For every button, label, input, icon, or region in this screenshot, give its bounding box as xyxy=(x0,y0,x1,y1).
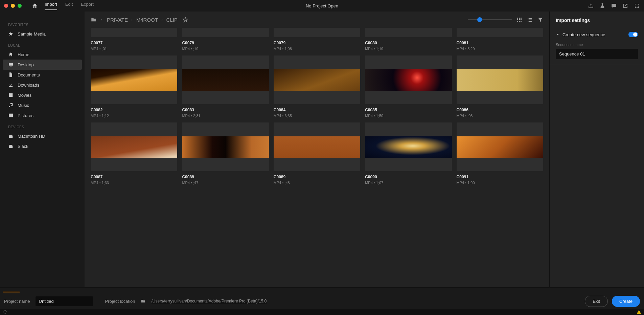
close-window[interactable] xyxy=(4,4,8,8)
workspace-tabs: Import Edit Export xyxy=(45,2,94,10)
clip-name: C0080 xyxy=(365,41,452,45)
clip-c0081[interactable]: C0081MP4 • 5;29 xyxy=(457,28,543,51)
clip-thumbnail[interactable] xyxy=(182,122,269,171)
clip-c0077[interactable]: C0077MP4 • ;01 xyxy=(91,28,177,51)
clip-thumbnail[interactable] xyxy=(91,55,177,104)
folder-icon[interactable] xyxy=(140,299,146,303)
favorite-star-icon[interactable] xyxy=(182,17,188,23)
clip-meta: MP4 • ;47 xyxy=(182,181,269,185)
home-icon[interactable] xyxy=(32,3,38,9)
clip-c0083[interactable]: C0083MP4 • 2;31 xyxy=(182,55,269,118)
drive-icon xyxy=(8,143,14,149)
sidebar-item-label: Pictures xyxy=(18,113,33,118)
clip-thumbnail[interactable] xyxy=(274,122,360,171)
status-bar xyxy=(0,309,644,315)
clip-name: C0082 xyxy=(91,108,177,112)
clip-thumbnail[interactable] xyxy=(457,122,543,171)
chevron-right-icon: › xyxy=(161,17,163,22)
project-location-path[interactable]: /Users/terrysullivan/Documents/Adobe/Pre… xyxy=(151,299,267,303)
sidebar-item-home[interactable]: Home xyxy=(3,49,82,60)
clip-c0091[interactable]: C0091MP4 • 1;00 xyxy=(457,122,543,185)
sidebar-item-label: Sample Media xyxy=(18,31,46,37)
clip-c0080[interactable]: C0080MP4 • 1;19 xyxy=(365,28,452,51)
clip-thumbnail[interactable] xyxy=(91,122,177,171)
clip-name: C0077 xyxy=(91,41,177,45)
sidebar-item-sample-media[interactable]: Sample Media xyxy=(3,29,82,39)
breadcrumb-item[interactable]: PRIVATE xyxy=(107,17,128,23)
clip-c0088[interactable]: C0088MP4 • ;47 xyxy=(182,122,269,185)
sidebar-item-desktop[interactable]: Desktop xyxy=(3,60,82,70)
sidebar-item-label: Slack xyxy=(18,144,28,149)
clip-thumbnail[interactable] xyxy=(365,28,452,37)
clip-thumbnail[interactable] xyxy=(274,28,360,37)
clip-meta: MP4 • 1;12 xyxy=(91,114,177,118)
filter-icon[interactable] xyxy=(537,17,543,23)
warning-icon[interactable] xyxy=(637,310,641,314)
clip-thumbnail[interactable] xyxy=(182,28,269,37)
chevron-right-icon: › xyxy=(131,17,133,22)
clip-name: C0078 xyxy=(182,41,269,45)
sidebar-item-pictures[interactable]: Pictures xyxy=(3,110,82,120)
sidebar-item-music[interactable]: Music xyxy=(3,100,82,110)
project-name-input[interactable] xyxy=(36,296,93,306)
list-view-icon[interactable] xyxy=(527,17,533,23)
clip-c0089[interactable]: C0089MP4 • ;48 xyxy=(274,122,360,185)
project-title: No Project Open xyxy=(306,3,338,8)
clip-c0082[interactable]: C0082MP4 • 1;12 xyxy=(91,55,177,118)
minimize-window[interactable] xyxy=(11,4,15,8)
sidebar-item-slack[interactable]: Slack xyxy=(3,141,82,151)
clip-name: C0083 xyxy=(182,108,269,112)
clip-thumbnail[interactable] xyxy=(365,122,452,171)
tab-edit[interactable]: Edit xyxy=(65,2,73,10)
thumbnail-zoom-slider[interactable] xyxy=(468,19,512,20)
sidebar-item-documents[interactable]: Documents xyxy=(3,70,82,80)
clip-c0085[interactable]: C0085MP4 • 1;50 xyxy=(365,55,452,118)
star-icon xyxy=(8,31,14,37)
chat-icon[interactable] xyxy=(611,3,617,9)
share-icon[interactable] xyxy=(588,3,594,9)
slider-thumb[interactable] xyxy=(477,17,482,22)
breadcrumb-item[interactable]: CLIP xyxy=(166,17,177,23)
clip-name: C0086 xyxy=(457,108,543,112)
sequence-name-input[interactable] xyxy=(556,49,638,59)
clip-c0087[interactable]: C0087MP4 • 1;33 xyxy=(91,122,177,185)
sync-icon[interactable] xyxy=(3,310,7,314)
sidebar-item-label: Macintosh HD xyxy=(18,134,45,139)
exit-button[interactable]: Exit xyxy=(585,296,608,307)
clip-c0090[interactable]: C0090MP4 • 1;07 xyxy=(365,122,452,185)
clip-c0078[interactable]: C0078MP4 • ;19 xyxy=(182,28,269,51)
sidebar-item-macintosh-hd[interactable]: Macintosh HD xyxy=(3,131,82,141)
clip-thumbnail[interactable] xyxy=(457,28,543,37)
folder-icon[interactable] xyxy=(91,17,97,23)
pictures-icon xyxy=(8,113,14,118)
breadcrumb-item[interactable]: M4ROOT xyxy=(136,17,158,23)
clip-meta: MP4 • 1;50 xyxy=(365,114,452,118)
sidebar-item-label: Home xyxy=(18,52,29,57)
create-new-sequence-row[interactable]: Create new sequence xyxy=(556,30,638,39)
window-controls[interactable] xyxy=(4,4,22,8)
create-sequence-toggle[interactable] xyxy=(628,32,638,37)
sidebar-item-label: Desktop xyxy=(18,62,34,67)
tab-export[interactable]: Export xyxy=(81,2,94,10)
sidebar-item-movies[interactable]: Movies xyxy=(3,90,82,100)
clip-name: C0091 xyxy=(457,175,543,179)
chevron-right-icon xyxy=(100,18,104,21)
clip-thumbnail[interactable] xyxy=(457,55,543,104)
clip-c0079[interactable]: C0079MP4 • 1;08 xyxy=(274,28,360,51)
fullscreen-icon[interactable] xyxy=(634,3,640,9)
tab-import[interactable]: Import xyxy=(45,2,57,10)
maximize-window[interactable] xyxy=(18,4,22,8)
beaker-icon[interactable] xyxy=(599,3,605,9)
clip-c0084[interactable]: C0084MP4 • 6;35 xyxy=(274,55,360,118)
clip-thumbnail[interactable] xyxy=(182,55,269,104)
movies-icon xyxy=(8,92,14,98)
clip-thumbnail[interactable] xyxy=(274,55,360,104)
clip-thumbnail[interactable] xyxy=(365,55,452,104)
clip-c0086[interactable]: C0086MP4 • ;03 xyxy=(457,55,543,118)
grid-view-icon[interactable] xyxy=(516,17,522,23)
create-button[interactable]: Create xyxy=(612,296,640,307)
quick-export-icon[interactable] xyxy=(622,3,628,9)
sidebar-item-downloads[interactable]: Downloads xyxy=(3,80,82,90)
sidebar-item-label: Documents xyxy=(18,72,40,77)
clip-thumbnail[interactable] xyxy=(91,28,177,37)
